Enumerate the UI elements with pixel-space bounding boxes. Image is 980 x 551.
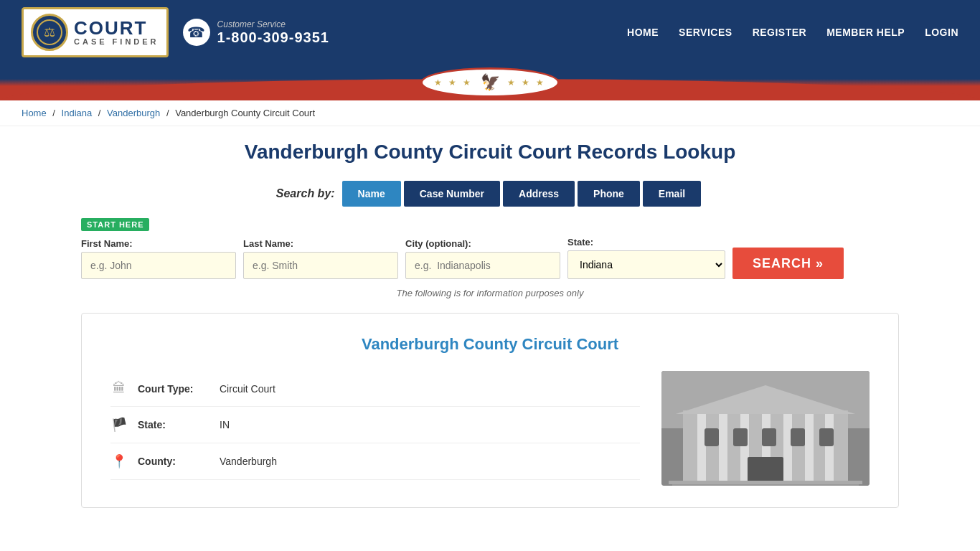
logo-seal: ⚖ bbox=[31, 14, 68, 51]
eagle-icon: 🦅 bbox=[481, 73, 500, 92]
svg-rect-18 bbox=[669, 481, 862, 484]
cs-text: Customer Service 1-800-309-9351 bbox=[217, 19, 329, 46]
bc-sep-1: / bbox=[52, 108, 55, 118]
start-here-badge: START HERE bbox=[81, 218, 149, 231]
info-row-state: 🏴 State: IN bbox=[110, 407, 640, 443]
logo-court-label: COURT bbox=[74, 19, 159, 37]
page-title: Vanderburgh County Circuit Court Records… bbox=[81, 141, 899, 164]
logo-seal-inner: ⚖ bbox=[37, 19, 62, 45]
court-type-value: Circuit Court bbox=[220, 383, 275, 395]
court-building-image bbox=[661, 371, 870, 486]
disclaimer: The following is for information purpose… bbox=[81, 288, 899, 298]
svg-rect-13 bbox=[762, 428, 776, 446]
svg-rect-9 bbox=[825, 414, 834, 486]
search-by-row: Search by: Name Case Number Address Phon… bbox=[81, 181, 899, 207]
state-label-info: State: bbox=[138, 419, 209, 430]
breadcrumb-home[interactable]: Home bbox=[22, 108, 47, 118]
info-title: Vanderburgh County Circuit Court bbox=[110, 335, 870, 354]
svg-rect-14 bbox=[791, 428, 805, 446]
svg-rect-3 bbox=[697, 414, 706, 486]
svg-rect-8 bbox=[805, 414, 814, 486]
last-name-group: Last Name: bbox=[243, 238, 398, 279]
city-input[interactable] bbox=[405, 252, 560, 279]
nav-register[interactable]: REGISTER bbox=[753, 27, 807, 38]
site-logo[interactable]: ⚖ COURT CASE FINDER bbox=[22, 7, 169, 57]
nav-member-help[interactable]: MEMBER HELP bbox=[826, 27, 905, 38]
breadcrumb-vanderburgh[interactable]: Vanderburgh bbox=[107, 108, 160, 118]
breadcrumb-indiana[interactable]: Indiana bbox=[62, 108, 93, 118]
building-icon: 🏛 bbox=[110, 381, 128, 396]
svg-rect-4 bbox=[719, 414, 727, 486]
tab-name[interactable]: Name bbox=[342, 181, 401, 207]
search-by-label: Search by: bbox=[276, 187, 335, 200]
nav-home[interactable]: HOME bbox=[627, 27, 659, 38]
state-group: State: Indiana AlabamaAlaskaArizona Arka… bbox=[567, 237, 725, 279]
tab-case-number[interactable]: Case Number bbox=[404, 181, 500, 207]
state-value: IN bbox=[220, 419, 230, 430]
tab-phone[interactable]: Phone bbox=[578, 181, 640, 207]
site-header: ⚖ COURT CASE FINDER ☎ Customer Service 1… bbox=[0, 0, 980, 65]
flag-icon: 🏴 bbox=[110, 417, 128, 433]
bc-sep-2: / bbox=[98, 108, 101, 118]
info-box: Vanderburgh County Circuit Court 🏛 Court… bbox=[81, 313, 899, 508]
city-group: City (optional): bbox=[405, 238, 560, 279]
bc-sep-3: / bbox=[166, 108, 169, 118]
info-details: 🏛 Court Type: Circuit Court 🏴 State: IN … bbox=[110, 371, 640, 486]
first-name-label: First Name: bbox=[81, 238, 236, 249]
info-row-county: 📍 County: Vanderburgh bbox=[110, 443, 640, 480]
last-name-label: Last Name: bbox=[243, 238, 398, 249]
tab-email[interactable]: Email bbox=[643, 181, 701, 207]
stars-left: ★ ★ ★ bbox=[434, 77, 473, 88]
last-name-input[interactable] bbox=[243, 252, 398, 279]
phone-icon: ☎ bbox=[183, 19, 210, 46]
svg-rect-15 bbox=[819, 428, 834, 446]
tab-address[interactable]: Address bbox=[503, 181, 575, 207]
customer-service: ☎ Customer Service 1-800-309-9351 bbox=[183, 19, 329, 46]
svg-rect-7 bbox=[783, 414, 792, 486]
state-select[interactable]: Indiana AlabamaAlaskaArizona ArkansasCal… bbox=[567, 250, 725, 279]
info-content: 🏛 Court Type: Circuit Court 🏴 State: IN … bbox=[110, 371, 870, 486]
breadcrumb: Home / Indiana / Vanderburgh / Vanderbur… bbox=[0, 100, 980, 126]
cs-label: Customer Service bbox=[217, 19, 329, 29]
cs-phone: 1-800-309-9351 bbox=[217, 29, 329, 46]
court-type-label: Court Type: bbox=[138, 383, 209, 395]
nav-services[interactable]: SERVICES bbox=[679, 27, 732, 38]
stars-right: ★ ★ ★ bbox=[507, 77, 547, 88]
county-value: Vanderburgh bbox=[220, 456, 277, 467]
info-row-court-type: 🏛 Court Type: Circuit Court bbox=[110, 371, 640, 407]
first-name-input[interactable] bbox=[81, 252, 236, 279]
main-content: Vanderburgh County Circuit Court Records… bbox=[67, 126, 913, 522]
logo-finder-label: CASE FINDER bbox=[74, 37, 159, 46]
pin-icon: 📍 bbox=[110, 453, 128, 469]
search-form: First Name: Last Name: City (optional): … bbox=[81, 237, 899, 279]
state-label: State: bbox=[567, 237, 725, 248]
search-button[interactable]: SEARCH » bbox=[732, 248, 844, 279]
svg-rect-11 bbox=[705, 428, 719, 446]
main-nav: HOME SERVICES REGISTER MEMBER HELP LOGIN bbox=[627, 27, 958, 38]
county-label: County: bbox=[138, 456, 209, 467]
eagle-center: ★ ★ ★ 🦅 ★ ★ ★ bbox=[420, 67, 560, 98]
svg-rect-12 bbox=[733, 428, 748, 446]
first-name-group: First Name: bbox=[81, 238, 236, 279]
nav-login[interactable]: LOGIN bbox=[925, 27, 958, 38]
eagle-banner: ★ ★ ★ 🦅 ★ ★ ★ bbox=[0, 65, 980, 100]
city-label: City (optional): bbox=[405, 238, 560, 249]
logo-text: COURT CASE FINDER bbox=[74, 19, 159, 46]
breadcrumb-current: Vanderburgh County Circuit Court bbox=[175, 108, 315, 118]
